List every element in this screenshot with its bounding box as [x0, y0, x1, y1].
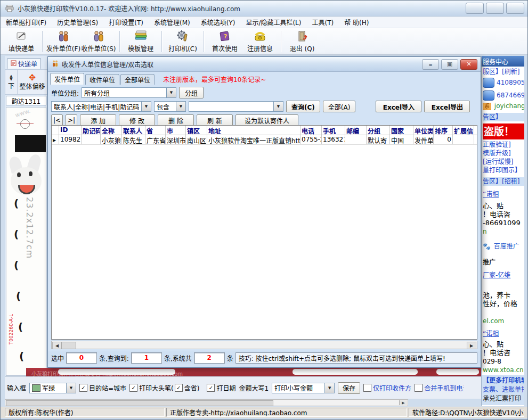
chevron-down-icon[interactable] — [166, 88, 176, 97]
excel-import-button[interactable]: Excel导入 — [376, 101, 421, 112]
col-province[interactable]: 省 — [145, 126, 166, 135]
group-button[interactable]: 分组 — [179, 87, 204, 98]
group-select[interactable]: 所有分组 — [82, 87, 176, 98]
col-address[interactable]: 地址 — [207, 126, 300, 135]
sender-unit-button[interactable]: 发件单位(F) — [46, 29, 81, 54]
chevron-down-icon[interactable] — [176, 102, 185, 111]
register-info-button[interactable]: 注册信息 — [242, 29, 278, 54]
first-use-button[interactable]: ? 首次使用 — [207, 29, 242, 54]
table-horizontal-scrollbar[interactable]: ◀ ▶ — [51, 341, 477, 349]
merge-mobile-checkbox[interactable]: 合并手机到电话 — [415, 383, 464, 392]
ad-link[interactable]: “诺相 — [483, 330, 524, 338]
query-button[interactable]: 查询(C) — [286, 101, 320, 112]
dest-equals-city-checkbox[interactable]: 目的站=城市 — [79, 383, 126, 392]
col-mnemonic[interactable]: 助记码 — [82, 126, 101, 135]
nudge-down-button[interactable]: ▲ ▼ 下 — [5, 70, 18, 94]
table-row[interactable]: 10982 小灰狼 陈先生 广东省 深圳市 南山区 小灰狼软件淘宝唯一正版直销h… — [52, 135, 477, 145]
wangwang-contact[interactable]: 系 joyichang — [483, 102, 524, 110]
minimize-button[interactable] — [466, 3, 484, 14]
col-sort[interactable]: 排序 — [434, 126, 453, 135]
more-printer-software-link[interactable]: 【更多打印机软件】 — [483, 376, 524, 385]
refresh-button[interactable]: 刷 新 — [197, 114, 233, 126]
scroll-right-icon[interactable]: ▶ — [399, 400, 407, 405]
save-button[interactable]: 保存 — [338, 382, 360, 394]
template-manage-button[interactable]: 模板管理 — [123, 29, 158, 54]
col-mobile[interactable]: 手机 — [322, 126, 345, 135]
receiver-only-checkbox[interactable]: 仅打印收件方 — [363, 383, 411, 392]
field-selector-select[interactable]: 联系人|全称|电话|手机|助记码 — [51, 101, 151, 112]
global-offset-button[interactable]: ✥ 整体偏移 — [18, 70, 47, 94]
receiver-unit-button[interactable]: 收件单位(S) — [81, 29, 116, 54]
ad-url[interactable]: www.xtoa.cn — [483, 366, 524, 374]
template-upgrade-link[interactable]: 模版升级] — [483, 149, 524, 158]
exit-button[interactable]: 退出 (Q) — [285, 29, 320, 54]
tab-sender-unit[interactable]: 发件单位 — [50, 73, 84, 85]
tab-all-units[interactable]: 全部单位 — [120, 74, 155, 85]
dialog-minimize-button[interactable] — [422, 59, 439, 70]
col-id[interactable]: ID — [59, 126, 82, 135]
chevron-down-icon[interactable] — [324, 383, 334, 393]
ad-link[interactable]: “诺相 — [483, 190, 524, 199]
menu-tools[interactable]: 工具(T) — [312, 18, 334, 27]
col-city[interactable]: 市 — [166, 126, 186, 135]
delete-button[interactable]: 删 除 — [158, 114, 194, 126]
chevron-down-icon[interactable] — [273, 102, 283, 111]
last-record-button[interactable]: >| — [66, 114, 77, 126]
ad-url[interactable]: el.com — [483, 317, 524, 325]
col-unittype[interactable]: 单位类 — [413, 126, 434, 135]
tab-waybill[interactable]: 快递单 — [7, 58, 41, 69]
dialog-close-button[interactable] — [460, 59, 477, 70]
scrollbar-thumb[interactable] — [6, 400, 273, 406]
amount-print-select[interactable]: 打印小写金额 — [272, 383, 335, 393]
col-country[interactable]: 国家 — [390, 126, 413, 135]
genuine-verify-link[interactable]: 正版验证] — [483, 141, 524, 149]
waybill-preview[interactable]: www. ( ( ( ( ( ( 23.2x12.7cm T002260-A-L — [6, 107, 46, 376]
input-color-select[interactable]: 军绿 — [29, 383, 76, 393]
first-record-button[interactable]: |< — [51, 114, 63, 126]
menu-system-manage[interactable]: 系统管理(M) — [154, 18, 190, 27]
draft-print-label[interactable]: 承兑汇票打印 — [483, 394, 524, 403]
tab-receiver-unit[interactable]: 收件单位 — [85, 74, 119, 85]
scrollbar-thumb[interactable] — [61, 342, 76, 349]
close-button[interactable] — [506, 3, 524, 14]
units-table[interactable]: ID 助记码 全称 联系人 省 市 镇区 地址 电话 手机 邮编 分组 国家 单… — [51, 125, 477, 340]
restore-button[interactable] — [486, 3, 504, 14]
print-date-checkbox[interactable]: 打日期 — [207, 383, 235, 392]
slow-run-link[interactable]: [运行缓慢] — [483, 158, 524, 166]
qq-contact[interactable]: 4108905 — [483, 76, 524, 89]
batch-print-link[interactable]: 量打印图示】 — [483, 166, 524, 175]
col-group[interactable]: 分组 — [367, 126, 390, 135]
col-extinfo[interactable]: 扩展信 — [453, 126, 474, 135]
search-input[interactable] — [189, 101, 283, 112]
col-phone[interactable]: 电话 — [300, 126, 322, 135]
excel-export-button[interactable]: Excel导出 — [424, 101, 470, 112]
col-zip[interactable]: 邮编 — [345, 126, 367, 135]
check-print-link[interactable]: 支票、进账单打印 — [483, 385, 524, 394]
fill-waybill-button[interactable]: 填快递单 — [4, 29, 39, 54]
include-province-checkbox[interactable]: 含省) — [175, 383, 200, 392]
ad-url[interactable]: n — [483, 227, 524, 236]
dialog-restore-button[interactable] — [441, 59, 458, 70]
scroll-right-icon[interactable]: ▶ — [467, 342, 476, 349]
menu-toggle-toolbar[interactable]: 显示/隐藏工具栏(L) — [246, 18, 301, 27]
menu-print-settings[interactable]: 打印设置(T) — [109, 18, 143, 27]
all-button[interactable]: 全部(A) — [323, 101, 356, 112]
printer-settings-button[interactable]: 打印机(C) — [165, 29, 200, 54]
set-default-sender-button[interactable]: 设为默认寄件人 — [235, 114, 298, 126]
qq-contact[interactable]: 6874669 — [483, 89, 524, 102]
match-mode-select[interactable]: 包含 — [154, 101, 186, 112]
menu-new-print[interactable]: 新单据打印(F) — [6, 18, 46, 27]
add-button[interactable]: 添 加 — [80, 114, 116, 126]
chevron-down-icon[interactable] — [141, 102, 151, 111]
col-contact[interactable]: 联系人 — [122, 126, 145, 135]
menu-help[interactable]: 帮 助(H) — [344, 18, 369, 27]
menu-history[interactable]: 历史单管理(S) — [57, 18, 98, 27]
col-fullname[interactable]: 全称 — [101, 126, 122, 135]
main-horizontal-scrollbar[interactable]: ▶ — [5, 399, 408, 406]
scroll-left-icon[interactable]: ◀ — [52, 342, 62, 349]
menu-system-options[interactable]: 系统选项(Y) — [201, 18, 235, 27]
refresh-link[interactable]: 服区】[刷新] — [483, 68, 524, 76]
vendor-link[interactable]: 厂家-亿维 — [483, 271, 524, 279]
col-district[interactable]: 镇区 — [186, 126, 207, 135]
template-name-label[interactable]: 韵达1311 — [6, 96, 46, 105]
